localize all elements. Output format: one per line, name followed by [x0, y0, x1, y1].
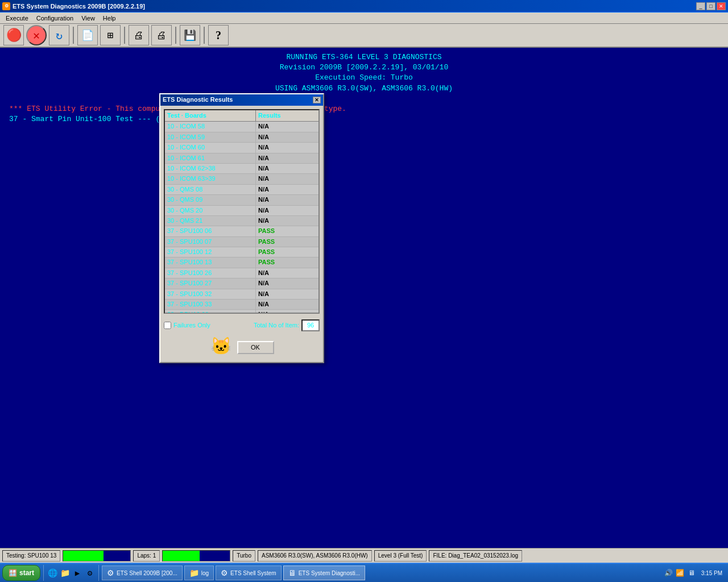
tray-icon-1[interactable]: 🔊: [664, 568, 674, 578]
refresh-button[interactable]: ↻: [49, 25, 69, 45]
toolbar: 🔴 ✕ ↻ 📄 ⊞ 🖨 🖨 💾 ?: [0, 24, 728, 48]
log-label: log: [201, 570, 209, 576]
cell-result: N/A: [256, 174, 318, 184]
menu-bar: Execute Configuration View Help: [0, 13, 728, 24]
ets-shell-icon: ⚙: [107, 568, 114, 577]
failures-only-checkbox-label[interactable]: Failures Only: [164, 321, 210, 330]
toolbar-separator-2: [124, 27, 125, 44]
cell-test: 38 - DPU16 00: [165, 310, 256, 313]
tray-icon-2[interactable]: 📶: [675, 568, 685, 578]
toolbar-separator-4: [204, 27, 205, 44]
cell-test: 30 - QMS 08: [165, 185, 256, 194]
dialog-body: Test · Boards Results 10 - ICOM 58 N/A 1…: [160, 106, 323, 317]
cell-result: N/A: [256, 300, 318, 309]
taskbar-separator-1: [43, 565, 44, 581]
cell-result: N/A: [256, 153, 318, 163]
taskbar-media-icon[interactable]: ▶: [72, 567, 83, 579]
app-icon: ⚙: [2, 2, 10, 10]
table-row: 30 - QMS 08 N/A: [165, 185, 318, 195]
table-row: 37 - SPU100 13 PASS: [165, 257, 318, 268]
maximize-button[interactable]: □: [706, 2, 715, 10]
modal-overlay: ETS Diagnostic Results ✕ Test · Boards R…: [0, 48, 728, 548]
asm-label: ASM3606 R3.0(SW), ASM3606 R3.0(HW): [262, 552, 368, 559]
table-row: 30 - QMS 21 N/A: [165, 216, 318, 226]
start-label: start: [19, 569, 34, 577]
dialog-close-button[interactable]: ✕: [313, 97, 321, 103]
system-tray: 🔊 📶 🖥 3:15 PM: [664, 568, 726, 578]
log-btn[interactable]: 📁 log: [184, 566, 214, 580]
menu-help[interactable]: Help: [100, 14, 119, 23]
start-button[interactable]: 🪟 start: [2, 565, 40, 581]
table-row: 10 - ICOM 59 N/A: [165, 132, 318, 143]
document-button[interactable]: 📄: [77, 25, 98, 45]
grid-button[interactable]: ⊞: [100, 25, 121, 45]
tray-icon-3[interactable]: 🖥: [686, 568, 697, 578]
table-row: 37 - SPU100 07 PASS: [165, 237, 318, 247]
taskbar-other-icon[interactable]: ⚙: [84, 567, 96, 579]
menu-execute[interactable]: Execute: [2, 14, 32, 23]
table-row: 37 - SPU100 12 PASS: [165, 247, 318, 257]
table-row: 37 - SPU100 26 N/A: [165, 268, 318, 278]
cell-result: N/A: [256, 164, 318, 173]
status-laps: Laps: 1: [133, 550, 160, 562]
status-level: Level 3 (Full Test): [374, 550, 427, 562]
cell-result: N/A: [256, 195, 318, 205]
taskbar-separator-2: [98, 565, 99, 581]
table-row: 37 - SPU100 06 PASS: [165, 226, 318, 236]
status-asm: ASM3606 R3.0(SW), ASM3606 R3.0(HW): [258, 550, 372, 562]
system-clock: 3:15 PM: [698, 570, 726, 576]
menu-configuration[interactable]: Configuration: [33, 14, 77, 23]
toolbar-separator-1: [73, 27, 74, 44]
col-header-result: Results: [256, 110, 318, 121]
cell-test: 37 - SPU100 13: [165, 257, 256, 267]
cell-test: 37 - SPU100 27: [165, 278, 256, 288]
print2-button[interactable]: 🖨: [151, 25, 172, 45]
col-header-test: Test · Boards: [165, 110, 256, 121]
stop-button[interactable]: ✕: [26, 25, 47, 45]
ok-button[interactable]: OK: [237, 341, 274, 354]
status-bar: Testing: SPU100 13 Laps: 1 Turbo ASM3606…: [0, 548, 728, 563]
taskbar-folder-icon[interactable]: 📁: [59, 567, 71, 579]
help-button[interactable]: ?: [208, 25, 229, 45]
progress-fill-1: [63, 551, 104, 561]
print-button[interactable]: 🖨: [129, 25, 149, 45]
menu-view[interactable]: View: [78, 14, 98, 23]
diagnostic-results-dialog: ETS Diagnostic Results ✕ Test · Boards R…: [159, 93, 324, 363]
ets-diag-btn[interactable]: 🖥 ETS System Diagnosti...: [283, 566, 365, 580]
cell-result: N/A: [256, 278, 318, 288]
status-speed: Turbo: [233, 550, 255, 562]
status-file: FILE: Diag_TEA02_03152023.log: [429, 550, 522, 562]
table-body[interactable]: 10 - ICOM 58 N/A 10 - ICOM 59 N/A 10 - I…: [165, 122, 318, 313]
cell-test: 10 - ICOM 58: [165, 122, 256, 131]
ets-shell-system-btn[interactable]: ⚙ ETS Shell System: [216, 566, 282, 580]
close-button[interactable]: ✕: [717, 2, 726, 10]
window-title: ETS System Diagnostics 2009B [2009.2.2.1…: [13, 3, 145, 10]
power-button[interactable]: 🔴: [3, 25, 24, 45]
ets-diag-label: ETS System Diagnosti...: [299, 570, 360, 576]
cell-test: 37 - SPU100 26: [165, 268, 256, 278]
cell-result: N/A: [256, 122, 318, 131]
failures-only-label: Failures Only: [173, 321, 210, 330]
progress-bar-2: [162, 550, 230, 562]
testing-label: Testing: SPU100 13: [6, 552, 56, 559]
cell-result: N/A: [256, 216, 318, 226]
table-row: 10 - ICOM 60 N/A: [165, 143, 318, 153]
save-button[interactable]: 💾: [180, 25, 200, 45]
table-row: 38 - DPU16 00 N/A: [165, 310, 318, 313]
cell-result: PASS: [256, 237, 318, 247]
results-table[interactable]: Test · Boards Results 10 - ICOM 58 N/A 1…: [164, 109, 320, 314]
table-row: 10 - ICOM 63>39 N/A: [165, 174, 318, 184]
shell-system-label: ETS Shell System: [230, 570, 276, 576]
table-row: 30 - QMS 09 N/A: [165, 195, 318, 205]
cell-result: N/A: [256, 185, 318, 194]
terminal-area: RUNNING ETS-364 LEVEL 3 DIAGNOSTICS Revi…: [0, 48, 728, 548]
total-label: Total No of Item:: [254, 321, 299, 330]
failures-only-checkbox[interactable]: [164, 322, 171, 329]
progress-bar-1: [63, 550, 131, 562]
cell-test: 10 - ICOM 60: [165, 143, 256, 152]
laps-label: Laps: 1: [137, 552, 156, 559]
taskbar-ie-icon[interactable]: 🌐: [47, 567, 58, 579]
ets-shell-btn[interactable]: ⚙ ETS Shell 2009B [200...: [102, 566, 183, 580]
minimize-button[interactable]: _: [696, 2, 705, 10]
table-row: 37 - SPU100 33 N/A: [165, 300, 318, 310]
